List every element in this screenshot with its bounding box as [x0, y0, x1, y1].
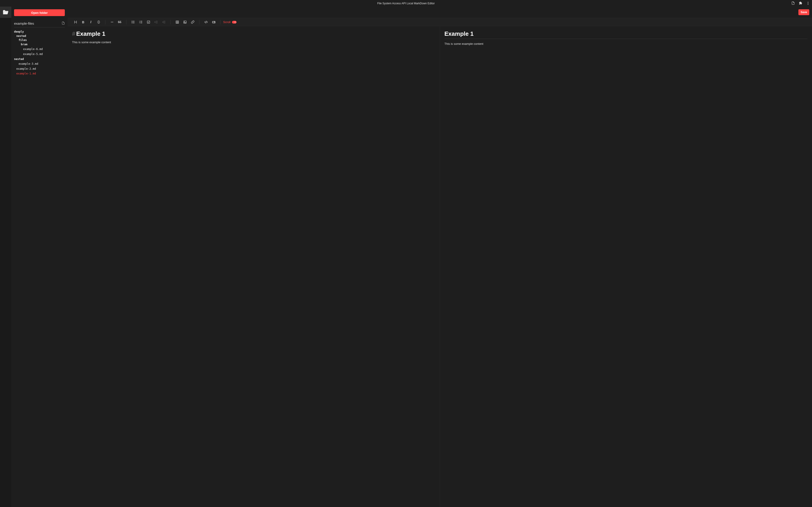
markdown-hash: # — [72, 30, 75, 37]
editor-toolbar: B I 66 123 CB Scroll — [67, 18, 812, 26]
svg-rect-8 — [184, 21, 186, 23]
svg-point-2 — [132, 23, 132, 23]
svg-text:3: 3 — [139, 22, 140, 23]
link-icon[interactable] — [189, 19, 196, 25]
strike-icon[interactable] — [95, 19, 102, 25]
ulist-icon[interactable] — [129, 19, 137, 25]
tree-folder[interactable]: nested — [14, 57, 65, 61]
separator — [220, 20, 220, 24]
folder-name: example-files — [14, 21, 34, 25]
outdent-icon — [160, 19, 168, 25]
sidebar: Open folder example-files deeplynestedfi… — [11, 7, 67, 507]
preview-hr — [445, 39, 808, 39]
codeblock-icon[interactable]: CB — [210, 19, 217, 25]
separator — [126, 20, 126, 24]
window-title: File System Access API Local MarkDown Ed… — [377, 2, 435, 5]
editor-split: # Example 1 This is some example content… — [67, 26, 812, 507]
scroll-sync-toggle[interactable] — [232, 21, 237, 23]
editor-pane[interactable]: # Example 1 This is some example content — [67, 26, 440, 507]
separator — [105, 20, 105, 24]
svg-point-1 — [132, 22, 132, 22]
folder-header: example-files — [14, 21, 65, 27]
extensions-icon[interactable] — [799, 1, 802, 5]
open-folder-button[interactable]: Open folder — [14, 9, 65, 16]
heading-icon[interactable] — [71, 19, 79, 25]
topbar: Save — [67, 7, 812, 18]
svg-point-9 — [184, 21, 185, 22]
tree-file[interactable]: example-3.md — [14, 62, 65, 66]
page-icon[interactable] — [792, 1, 795, 5]
bold-icon[interactable]: B — [79, 19, 87, 25]
new-file-icon[interactable] — [62, 21, 65, 25]
editor-body: This is some example content — [72, 41, 435, 44]
tree-file[interactable]: example-2.md — [14, 67, 65, 71]
table-icon[interactable] — [173, 19, 181, 25]
activity-rail — [0, 7, 11, 507]
kebab-menu-icon[interactable] — [806, 2, 810, 5]
tree-folder[interactable]: bram — [14, 42, 65, 47]
editor-heading: Example 1 — [76, 30, 105, 37]
titlebar-actions — [792, 0, 810, 7]
image-icon[interactable] — [181, 19, 189, 25]
svg-rect-6 — [147, 21, 150, 23]
tree-file[interactable]: example-6.md — [14, 47, 65, 51]
folder-open-icon[interactable] — [0, 7, 11, 18]
titlebar: File System Access API Local MarkDown Ed… — [0, 0, 812, 7]
tree-folder[interactable]: files — [14, 38, 65, 42]
italic-icon[interactable]: I — [87, 19, 95, 25]
preview-heading: Example 1 — [445, 30, 808, 37]
scroll-sync-label: Scroll — [223, 20, 231, 24]
olist-icon[interactable]: 123 — [137, 19, 145, 25]
tree-folder[interactable]: deeply — [14, 30, 65, 34]
preview-body: This is some example content — [445, 42, 808, 46]
preview-pane: Example 1 This is some example content — [440, 26, 812, 507]
hr-icon[interactable] — [108, 19, 116, 25]
save-button[interactable]: Save — [798, 9, 809, 15]
checklist-icon[interactable] — [145, 19, 152, 25]
tree-file[interactable]: example-5.md — [14, 52, 65, 56]
file-tree: deeplynestedfilesbramexample-6.mdexample… — [14, 30, 65, 76]
tree-folder[interactable]: nested — [14, 34, 65, 38]
code-icon[interactable] — [202, 19, 210, 25]
main: Save B I 66 123 CB Scroll — [67, 7, 812, 507]
quote-icon[interactable]: 66 — [116, 19, 123, 25]
indent-icon — [152, 19, 160, 25]
tree-file[interactable]: example-1.md — [14, 71, 65, 76]
